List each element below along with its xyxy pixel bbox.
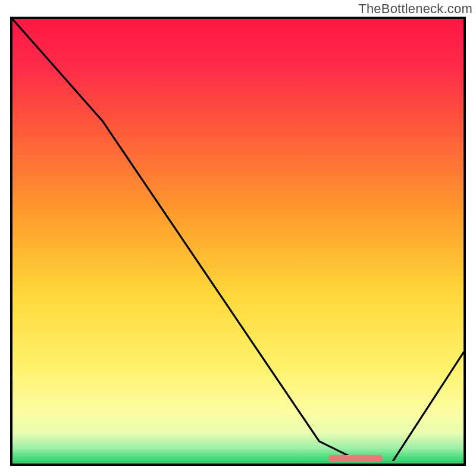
plot-area bbox=[10, 17, 466, 466]
optimal-marker bbox=[328, 455, 383, 462]
watermark-label: TheBottleneck.com bbox=[358, 1, 472, 17]
line-curve bbox=[12, 19, 464, 464]
baseline-band bbox=[12, 461, 464, 464]
chart-container: TheBottleneck.com bbox=[0, 0, 476, 476]
